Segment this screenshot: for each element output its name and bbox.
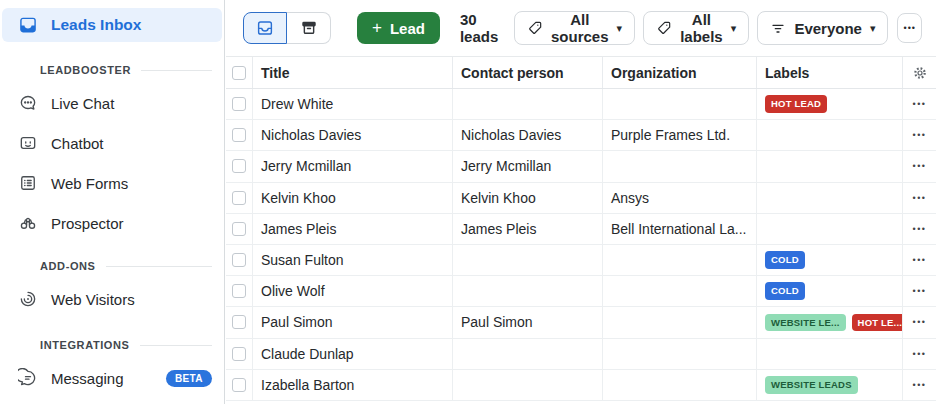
row-checkbox[interactable]: [232, 191, 246, 205]
archive-view-button[interactable]: [287, 12, 331, 44]
row-menu-button[interactable]: •••: [909, 313, 931, 331]
label-badge: WEBSITE LE...: [765, 314, 846, 332]
table-row[interactable]: Claude Dunlap •••: [226, 339, 936, 370]
sidebar-item-live-chat[interactable]: Live Chat: [0, 83, 224, 123]
row-menu-button[interactable]: •••: [909, 345, 931, 363]
lead-contact: Kelvin Khoo: [453, 183, 603, 213]
table-row[interactable]: Susan Fulton COLD •••: [226, 245, 936, 276]
labels-filter-button[interactable]: All labels ▾: [643, 11, 749, 45]
lead-labels: WEBSITE LEADS: [757, 370, 903, 400]
row-checkbox-cell: [226, 120, 253, 150]
section-divider: [140, 345, 213, 346]
lead-labels: [757, 214, 903, 244]
sidebar-item-label: Leads Inbox: [51, 16, 141, 34]
row-checkbox[interactable]: [232, 159, 246, 173]
table-header: Title Contact person Organization Labels: [226, 57, 936, 89]
row-checkbox[interactable]: [232, 128, 246, 142]
sidebar-item-label: Prospector: [51, 215, 124, 232]
select-all-cell: [226, 57, 253, 88]
sidebar-item-label: Chatbot: [51, 135, 104, 152]
inbox-icon: [256, 19, 274, 37]
label-badge: COLD: [765, 251, 805, 269]
table-row[interactable]: Izabella Barton WEBSITE LEADS •••: [226, 370, 936, 401]
row-menu-button[interactable]: •••: [909, 282, 931, 300]
label-badge: WEBSITE LEADS: [765, 376, 858, 394]
lead-title: Izabella Barton: [253, 370, 453, 400]
sidebar-item-web-visitors[interactable]: Web Visitors: [0, 279, 224, 319]
label-badge: HOT LE...: [852, 314, 903, 332]
select-all-checkbox[interactable]: [232, 66, 246, 80]
lead-labels: [757, 151, 903, 181]
row-checkbox-cell: [226, 370, 253, 400]
sidebar-item-chatbot[interactable]: Chatbot: [0, 123, 224, 163]
table-row[interactable]: Kelvin Khoo Kelvin Khoo Ansys •••: [226, 183, 936, 214]
row-menu-button[interactable]: •••: [909, 126, 931, 144]
column-settings-button[interactable]: [912, 65, 928, 81]
lead-contact: [453, 245, 603, 275]
lead-labels: HOT LEAD: [757, 89, 903, 119]
view-toggle: [243, 12, 331, 44]
table-row[interactable]: Paul Simon Paul Simon WEBSITE LE... HOT …: [226, 307, 936, 338]
column-header-organization[interactable]: Organization: [603, 57, 757, 88]
row-menu-button[interactable]: •••: [909, 376, 931, 394]
row-menu-button[interactable]: •••: [909, 157, 931, 175]
table-row[interactable]: Drew White HOT LEAD •••: [226, 89, 936, 120]
lead-title: Jerry Mcmillan: [253, 151, 453, 181]
tag-icon: [656, 20, 672, 36]
sidebar-item-leads-inbox[interactable]: Leads Inbox: [2, 8, 222, 42]
column-settings-cell: [903, 57, 936, 88]
row-checkbox-cell: [226, 183, 253, 213]
owner-filter-label: Everyone: [794, 20, 862, 37]
column-header-labels[interactable]: Labels: [757, 57, 903, 88]
main-content: + Lead 30 leads All sources ▾ All labels…: [226, 0, 936, 404]
row-menu-button[interactable]: •••: [909, 220, 931, 238]
row-checkbox[interactable]: [232, 97, 246, 111]
chatbot-icon: [18, 133, 38, 153]
row-checkbox[interactable]: [232, 284, 246, 298]
row-checkbox-cell: [226, 151, 253, 181]
live-chat-icon: [18, 93, 38, 113]
row-checkbox-cell: [226, 276, 253, 306]
sources-filter-button[interactable]: All sources ▾: [514, 11, 635, 45]
lead-organization: [603, 307, 757, 337]
lead-title: Olive Wolf: [253, 276, 453, 306]
column-header-contact-person[interactable]: Contact person: [453, 57, 603, 88]
sidebar-item-label: Messaging: [51, 370, 124, 387]
row-checkbox-cell: [226, 89, 253, 119]
table-row[interactable]: James Pleis James Pleis Bell Internation…: [226, 214, 936, 245]
inbox-view-button[interactable]: [243, 12, 287, 44]
lead-organization: Ansys: [603, 183, 757, 213]
sidebar-item-prospector[interactable]: Prospector: [0, 203, 224, 243]
messaging-icon: [18, 368, 38, 388]
lead-title: Drew White: [253, 89, 453, 119]
lead-title: Susan Fulton: [253, 245, 453, 275]
row-actions-cell: •••: [903, 339, 936, 369]
label-badge: COLD: [765, 282, 805, 300]
row-checkbox[interactable]: [232, 222, 246, 236]
row-checkbox[interactable]: [232, 347, 246, 361]
row-menu-button[interactable]: •••: [909, 189, 931, 207]
table-row[interactable]: Nicholas Davies Nicholas Davies Purple F…: [226, 120, 936, 151]
table-row[interactable]: Jerry Mcmillan Jerry Mcmillan •••: [226, 151, 936, 182]
owner-filter-button[interactable]: Everyone ▾: [757, 11, 888, 45]
sidebar-item-messaging[interactable]: Messaging BETA: [0, 358, 224, 398]
row-menu-button[interactable]: •••: [909, 251, 931, 269]
table-body: Drew White HOT LEAD ••• Nicholas Davies …: [226, 89, 936, 401]
labels-filter-label: All labels: [680, 11, 723, 45]
web-forms-icon: [18, 173, 38, 193]
row-checkbox[interactable]: [232, 315, 246, 329]
add-ons-items: Web Visitors: [0, 279, 224, 319]
row-actions-cell: •••: [903, 151, 936, 181]
row-checkbox[interactable]: [232, 253, 246, 267]
more-options-button[interactable]: •••: [897, 13, 922, 43]
lead-contact: [453, 339, 603, 369]
add-lead-button[interactable]: + Lead: [357, 12, 440, 44]
table-row[interactable]: Olive Wolf COLD •••: [226, 276, 936, 307]
plus-icon: +: [372, 19, 382, 36]
lead-organization: Bell International La...: [603, 214, 757, 244]
column-header-title[interactable]: Title: [253, 57, 453, 88]
row-menu-button[interactable]: •••: [909, 95, 931, 113]
sidebar-item-web-forms[interactable]: Web Forms: [0, 163, 224, 203]
section-header-label: INTEGRATIONS: [40, 339, 130, 351]
row-checkbox[interactable]: [232, 378, 246, 392]
